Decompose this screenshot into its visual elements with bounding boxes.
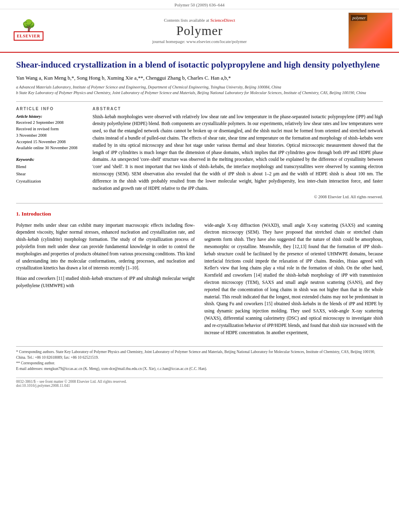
history-heading: Article history: [16, 113, 84, 120]
footnote-emails: E-mail addresses: mengkun79@iccas.ac.cn … [16, 366, 383, 372]
intro-body-columns: Polymer melts under shear can exhibit ma… [16, 222, 383, 340]
sciencedirect-link[interactable]: ScienceDirect [210, 18, 235, 23]
intro-para1: Polymer melts under shear can exhibit ma… [16, 222, 195, 272]
intro-left: Polymer melts under shear can exhibit ma… [16, 222, 195, 340]
affiliation-a: a Advanced Materials Laboratory, Institu… [16, 84, 383, 90]
revised-label: Received in revised form [16, 126, 84, 132]
contents-text: Contents lists available at [164, 18, 209, 23]
sciencedirect-line: Contents lists available at ScienceDirec… [51, 18, 348, 23]
doc-id-line2: doi:10.1016/j.polymer.2008.11.041 [16, 384, 383, 388]
elsevier-tree-icon: 🌳 [22, 20, 36, 31]
article-info-label: ARTICLE INFO [16, 107, 84, 111]
affiliation-b: b State Key Laboratory of Polymer Physic… [16, 90, 383, 96]
journal-homepage: journal homepage: www.elsevier.com/locat… [51, 39, 348, 44]
intro-para2: Hsiao and coworkers [11] studied shish–k… [16, 275, 195, 290]
footnotes: * Corresponding authors. State Key Labor… [16, 346, 383, 372]
keyword-1: Blend [16, 163, 84, 170]
intro-number: 1. [16, 211, 20, 217]
article-title: Shear-induced crystallization in a blend… [16, 59, 383, 71]
revised-date: 3 November 2008 [16, 132, 84, 139]
abstract-label: ABSTRACT [93, 107, 383, 111]
journal-header: 🌳 ELSEVIER Contents lists available at S… [0, 9, 399, 53]
abstract-column: ABSTRACT Shish–kebab morphologies were o… [93, 107, 383, 199]
journal-center: Contents lists available at ScienceDirec… [51, 18, 348, 44]
article-info-column: ARTICLE INFO Article history: Received 2… [16, 107, 84, 199]
copyright-line: © 2008 Elsevier Ltd. All rights reserved… [93, 195, 383, 199]
emails-label: E-mail addresses: [16, 367, 43, 371]
intro-right: wide-angle X-ray diffraction (WAXD), sma… [204, 222, 383, 340]
intro-label: Introduction [22, 211, 51, 217]
keywords-block: Keywords: Blend Shear Crystallization [16, 156, 84, 185]
info-abstract-columns: ARTICLE INFO Article history: Received 2… [16, 107, 383, 199]
affiliations: a Advanced Materials Laboratory, Institu… [16, 84, 383, 96]
accepted-date: Accepted 15 November 2008 [16, 139, 84, 145]
footnote-double-star: ** Corresponding author. [16, 360, 383, 366]
divider-2 [16, 203, 383, 203]
article-content: Shear-induced crystallization in a blend… [0, 53, 399, 396]
authors-text: Yan Wang a, Kun Meng b,*, Song Hong b, X… [16, 75, 231, 81]
elsevier-box: ELSEVIER [14, 31, 44, 41]
polymer-cover-image: polymer [348, 12, 393, 49]
article-history: Article history: Received 2 September 20… [16, 113, 84, 152]
keyword-3: Crystallization [16, 178, 84, 185]
doc-id-block: 0032-3861/$ – see front matter © 2008 El… [16, 378, 383, 388]
received-date: Received 2 September 2008 [16, 119, 84, 126]
divider-1 [16, 101, 383, 102]
keywords-heading: Keywords: [16, 156, 84, 163]
polymer-badge: polymer [351, 15, 367, 21]
footnote-star: * Corresponding authors. State Key Labor… [16, 349, 383, 361]
intro-body-right-text: wide-angle X-ray diffraction (WAXD), sma… [204, 222, 383, 337]
introduction-section: 1. Introduction Polymer melts under shea… [16, 211, 383, 340]
keyword-2: Shear [16, 170, 84, 178]
intro-para3: wide-angle X-ray diffraction (WAXD), sma… [204, 222, 383, 337]
emails-text: mengkun79@iccas.ac.cn (K. Meng), xxm-dce… [44, 367, 207, 371]
intro-title: 1. Introduction [16, 211, 383, 217]
page: Polymer 50 (2009) 636–644 🌳 ELSEVIER Con… [0, 0, 399, 532]
available-date: Available online 30 November 2008 [16, 145, 84, 151]
journal-citation: Polymer 50 (2009) 636–644 [175, 2, 224, 7]
doc-id-line1: 0032-3861/$ – see front matter © 2008 El… [16, 380, 383, 384]
authors-line: Yan Wang a, Kun Meng b,*, Song Hong b, X… [16, 75, 383, 81]
intro-body-text: Polymer melts under shear can exhibit ma… [16, 222, 195, 290]
abstract-text: Shish–kebab morphologies were observed w… [93, 113, 383, 192]
top-bar: Polymer 50 (2009) 636–644 [0, 0, 399, 9]
elsevier-logo: 🌳 ELSEVIER [6, 20, 51, 41]
journal-name: Polymer [51, 23, 348, 38]
elsevier-label: ELSEVIER [17, 34, 41, 38]
